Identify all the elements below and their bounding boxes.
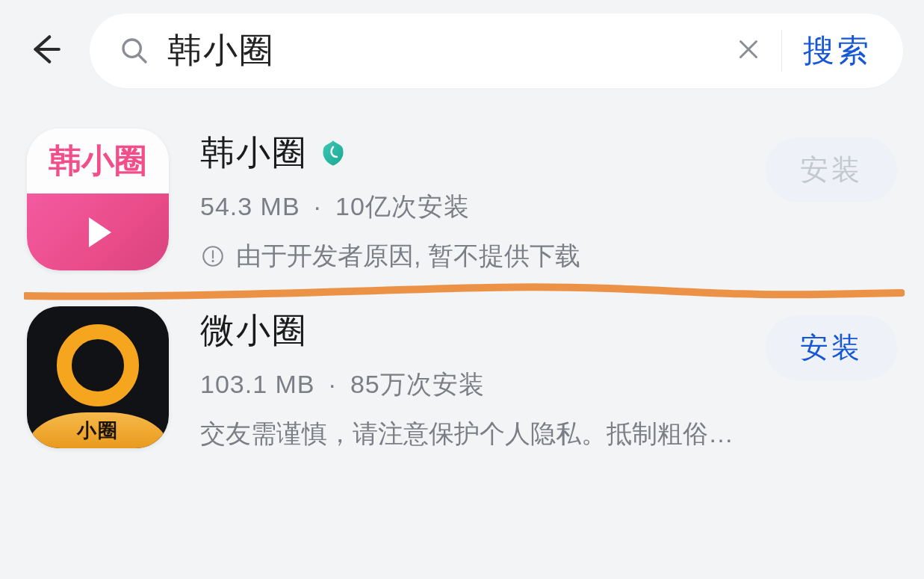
app-name: 韩小圈 [200, 130, 308, 176]
clear-search-button[interactable] [726, 28, 771, 73]
app-result-row[interactable]: 韩小圈 韩小圈 [27, 129, 897, 306]
ring-icon [57, 324, 139, 406]
app-meta: 54.3 MB · 10亿次安装 [200, 190, 734, 224]
back-button[interactable] [21, 27, 69, 75]
search-input[interactable] [167, 31, 726, 71]
app-size: 54.3 MB [200, 192, 300, 220]
arrow-left-icon [26, 31, 63, 71]
install-button[interactable]: 安装 [766, 315, 897, 380]
close-icon [735, 36, 762, 66]
app-result-row[interactable]: 小圈 微小圈 103.1 MB · 85万次安装 交友需谨慎，请注意保护个人隐私… [27, 306, 897, 484]
app-description: 交友需谨慎，请注意保护个人隐私。抵制粗俗… [200, 417, 734, 451]
search-icon [120, 36, 149, 66]
app-info: 韩小圈 54.3 MB · [200, 129, 734, 273]
app-info: 微小圈 103.1 MB · 85万次安装 交友需谨慎，请注意保护个人隐私。抵制… [200, 306, 734, 451]
search-results: 韩小圈 韩小圈 [0, 96, 924, 484]
app-warning: 由于开发者原因, 暂不提供下载 [200, 239, 734, 273]
annotation-underline [24, 281, 905, 302]
app-icon: 韩小圈 [27, 129, 169, 270]
app-icon-text: 小圈 [27, 412, 169, 448]
divider [781, 30, 782, 72]
install-button: 安装 [766, 137, 897, 202]
app-meta: 103.1 MB · 85万次安装 [200, 368, 734, 402]
app-warning-text: 由于开发者原因, 暂不提供下载 [236, 239, 580, 273]
alert-icon [200, 244, 226, 269]
app-icon: 小圈 [27, 306, 169, 448]
play-icon [27, 193, 169, 270]
app-size: 103.1 MB [200, 370, 315, 398]
search-bar: 搜索 [90, 13, 903, 88]
app-icon-text: 韩小圈 [27, 129, 169, 193]
verified-badge-icon [318, 138, 348, 168]
svg-point-3 [211, 260, 214, 262]
search-button[interactable]: 搜索 [796, 30, 897, 72]
app-name: 微小圈 [200, 308, 308, 354]
search-header: 搜索 [0, 0, 924, 96]
app-installs: 85万次安装 [350, 370, 485, 398]
app-description-text: 交友需谨慎，请注意保护个人隐私。抵制粗俗… [200, 417, 734, 451]
app-installs: 10亿次安装 [335, 192, 470, 220]
